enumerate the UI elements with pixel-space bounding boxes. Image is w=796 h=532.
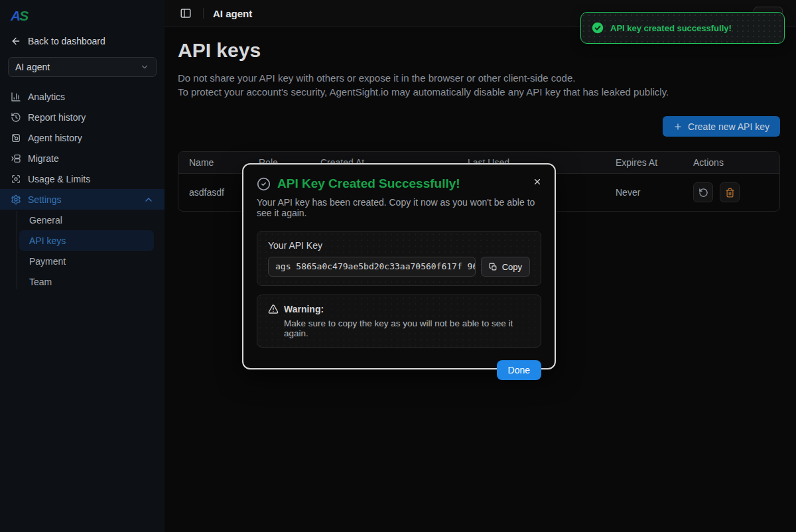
main-area: AI agent API keys Do not share your API …: [165, 0, 796, 532]
arrow-left-icon: [11, 36, 21, 46]
bar-chart-icon: [11, 92, 21, 102]
subnav-item-payment[interactable]: Payment: [19, 251, 154, 271]
copy-key-button[interactable]: Copy: [481, 257, 530, 277]
modal-header: API Key Created Successfully!: [257, 176, 541, 191]
copy-button-label: Copy: [502, 262, 522, 272]
trash-icon: [725, 188, 735, 198]
chevron-down-icon: [140, 62, 149, 72]
sidebar-item-label: Agent history: [28, 133, 82, 143]
sidebar-nav: Analytics Report history Agent history M…: [0, 86, 165, 292]
project-select-value: AI agent: [15, 62, 50, 72]
gear-icon: [11, 194, 21, 205]
agentsight-logo: AS: [0, 5, 165, 31]
rotate-ccw-icon: [698, 188, 708, 198]
subnav-item-label: Team: [29, 277, 52, 287]
column-header-actions: Actions: [683, 152, 779, 174]
column-header-expires-at: Expires At: [605, 152, 683, 174]
modal-subtitle: Your API key has been created. Copy it n…: [257, 197, 541, 218]
back-to-dashboard-link[interactable]: Back to dashboard: [0, 31, 165, 52]
subnav-item-label: API keys: [29, 235, 66, 246]
sidebar-toggle-button[interactable]: [178, 5, 194, 21]
api-key-created-modal: API Key Created Successfully! Your API k…: [242, 163, 556, 369]
panel-left-icon: [180, 7, 192, 19]
modal-title: API Key Created Successfully!: [277, 176, 460, 191]
success-check-icon: [592, 22, 604, 34]
warning-card: Warning: Make sure to copy the key as yo…: [257, 295, 541, 348]
settings-subnav: General API keys Payment Team: [0, 210, 165, 292]
chevron-up-icon: [143, 194, 154, 205]
page-description-line1: Do not share your API key with others or…: [178, 71, 780, 85]
sidebar-item-label: Usage & Limits: [28, 174, 90, 184]
modal-footer: Done: [257, 360, 541, 380]
column-header-name: Name: [178, 152, 248, 174]
warning-triangle-icon: [268, 304, 279, 314]
copy-icon: [489, 263, 498, 271]
sidebar-item-migrate[interactable]: Migrate: [0, 148, 165, 168]
subnav-item-api-keys[interactable]: API keys: [19, 230, 154, 251]
page-actions-row: Create new API key: [178, 116, 780, 137]
sidebar-item-label: Migrate: [28, 153, 59, 164]
modal-close-button[interactable]: [531, 175, 544, 188]
sidebar-item-analytics[interactable]: Analytics: [0, 86, 165, 107]
subnav-item-label: General: [29, 215, 62, 226]
create-api-key-button[interactable]: Create new API key: [663, 116, 780, 137]
api-key-label: Your API Key: [268, 240, 530, 251]
sidebar-item-label: Analytics: [28, 92, 65, 102]
subnav-item-general[interactable]: General: [19, 210, 154, 230]
logo-letter-s: S: [19, 8, 27, 23]
cell-actions: [683, 174, 779, 211]
plus-icon: [673, 122, 683, 131]
success-toast[interactable]: API key created successfully!: [580, 12, 785, 44]
history-clock-icon: [11, 112, 21, 123]
create-api-key-label: Create new API key: [688, 121, 769, 132]
sidebar-item-label: Settings: [28, 194, 62, 205]
done-button[interactable]: Done: [497, 360, 541, 380]
agent-history-icon: [11, 133, 21, 143]
project-select[interactable]: AI agent: [8, 57, 157, 77]
api-key-card: Your API Key ags 5865a0c479ae5bd20c33aa7…: [257, 231, 541, 286]
logo-letter-a: A: [11, 8, 19, 23]
toast-message: API key created successfully!: [610, 23, 732, 33]
usage-gauge-icon: [11, 174, 21, 184]
cell-expires-at: Never: [605, 174, 683, 211]
app-root: AS Back to dashboard AI agent Analytics …: [0, 0, 796, 532]
sidebar-item-settings[interactable]: Settings: [0, 189, 165, 210]
api-key-value-field[interactable]: ags 5865a0c479ae5bd20c33aa70560f617f 968…: [268, 257, 476, 277]
warning-text: Make sure to copy the key as you will no…: [284, 318, 530, 338]
close-icon: [533, 177, 542, 186]
topbar-title: AI agent: [213, 8, 252, 19]
sidebar-item-label: Report history: [28, 112, 86, 123]
circle-check-icon: [257, 177, 271, 191]
migrate-icon: [11, 153, 21, 164]
sidebar-item-agent-history[interactable]: Agent history: [0, 127, 165, 148]
sidebar: AS Back to dashboard AI agent Analytics …: [0, 0, 165, 532]
regenerate-key-button[interactable]: [693, 182, 713, 202]
cell-name: asdfasdf: [178, 174, 248, 211]
subnav-item-team[interactable]: Team: [19, 271, 154, 292]
subnav-item-label: Payment: [29, 256, 66, 267]
sidebar-item-usage-limits[interactable]: Usage & Limits: [0, 168, 165, 189]
delete-key-button[interactable]: [720, 182, 740, 202]
warning-title: Warning:: [284, 304, 324, 314]
back-link-label: Back to dashboard: [28, 36, 105, 46]
sidebar-item-report-history[interactable]: Report history: [0, 107, 165, 127]
topbar-divider: [203, 8, 204, 19]
page-description-line2: To protect your account's security, Agen…: [178, 85, 780, 99]
